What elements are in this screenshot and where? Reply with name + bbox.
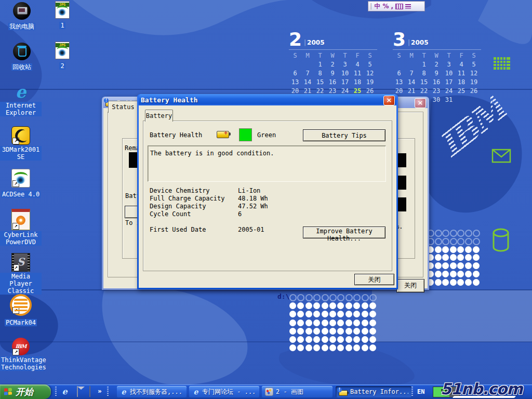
quicklaunch-handle[interactable]: [55, 387, 57, 397]
wallpaper-dot: [313, 302, 320, 309]
wallpaper-dot: [450, 238, 457, 245]
desktop-icon-computer[interactable]: 我的电脑: [1, 2, 43, 31]
calendar-day: 7: [301, 70, 314, 77]
calendar-day-header: T: [443, 52, 455, 59]
calendar-day: 5: [468, 61, 480, 68]
wallpaper-dot: [369, 294, 377, 301]
wallpaper-dot: [337, 320, 344, 326]
wallpaper-dot: [362, 344, 368, 351]
desktop-icon-jpg-2[interactable]: JPG2: [42, 42, 83, 70]
calendar-day: [455, 96, 468, 103]
wallpaper-dot: [305, 320, 312, 326]
recycle-icon: [13, 43, 31, 60]
desktop-icon-ie[interactable]: eInternet Explorer: [0, 83, 42, 117]
quicklaunch-mail-icon[interactable]: [73, 387, 82, 396]
wallpaper-dot: [450, 246, 457, 253]
ime-drag-handle[interactable]: |: [370, 2, 372, 10]
wallpaper-dot: [329, 320, 336, 326]
desktop-icon-tvt[interactable]: IBM↗ThinkVantage Technologies: [0, 338, 42, 371]
close-icon[interactable]: ×: [383, 96, 395, 105]
taskbar-task-3[interactable]: 2 - 画图: [262, 386, 332, 397]
wallpaper-dot: [322, 294, 329, 301]
desktop-icon-dvd[interactable]: ↗CyberLink PowerDVD: [0, 209, 42, 246]
close-icon[interactable]: ×: [415, 98, 426, 108]
taskband-handle[interactable]: [107, 387, 109, 397]
close-button-dialog[interactable]: 关闭: [354, 274, 394, 285]
wallpaper-dot: [465, 254, 472, 261]
wallpaper-dot: [289, 344, 296, 351]
wallpaper-dot: [450, 262, 457, 269]
wallpaper-dot: [353, 336, 360, 343]
calendar-day: 3: [443, 61, 455, 68]
close-button-bg-window[interactable]: 关闭: [396, 279, 424, 292]
wallpaper-dot: [369, 311, 376, 317]
quicklaunch-ie-icon[interactable]: e: [60, 387, 69, 396]
wallpaper-dot: [297, 336, 304, 343]
taskbar-task-1[interactable]: e找不到服务器,...: [117, 386, 187, 397]
wallpaper-dot: [442, 279, 449, 286]
desktop-icon-label: 我的电脑: [8, 23, 35, 30]
calendar-day: 30: [430, 96, 443, 103]
dvd-icon: ↗: [11, 209, 30, 230]
wallpaper-dot: [362, 328, 368, 335]
mark3d-icon: ↗: [11, 126, 30, 145]
language-indicator[interactable]: EN: [417, 387, 424, 396]
battery-health-titlebar[interactable]: Battery Health ×: [139, 94, 396, 105]
tray-battery-meter[interactable]: 58%: [433, 387, 460, 397]
ime-soft-keyboard-icon[interactable]: [395, 4, 403, 9]
taskbar: 开始 e » e找不到服务器,...e专门网论坛 - ...2 - 画图Batt…: [0, 384, 532, 399]
desktop-icon-jpg-1[interactable]: JPG1: [42, 1, 83, 30]
taskbar-task-4[interactable]: Battery Infor...: [336, 386, 411, 397]
desktop-icon-recycle[interactable]: 回收站: [1, 43, 43, 71]
calendar-day-header: S: [289, 52, 301, 59]
wallpaper-dot: [313, 336, 320, 343]
wallpaper-dot: [329, 336, 336, 343]
wallpaper-dot: [353, 328, 360, 335]
calendar-year: 2005: [304, 39, 324, 48]
calendar-day: 12: [364, 70, 376, 77]
calendar-day: 25: [455, 87, 468, 95]
calendar-march: 32005SMTWTFS1234567891011121314151617181…: [393, 29, 481, 103]
desktop-icon-acdsee[interactable]: ↗ACDSee 4.0: [0, 169, 42, 198]
battery-health-title: Battery Health: [141, 96, 198, 104]
start-button[interactable]: 开始: [0, 384, 51, 399]
wallpaper-dot: [362, 302, 368, 309]
desktop-icon-mpc[interactable]: S↗Media Player Classic: [0, 253, 42, 295]
wallpaper-dot: [329, 294, 337, 301]
wallpaper-dot: [442, 262, 449, 269]
wallpaper-dot: [362, 311, 368, 317]
computer-icon: [13, 2, 31, 20]
wallpaper-dot: [322, 320, 328, 326]
wallpaper-dot: [435, 262, 442, 269]
wallpaper-dot: [465, 279, 472, 286]
tab-battery[interactable]: Battery: [145, 110, 173, 122]
ime-input-mode[interactable]: 中: [374, 2, 380, 10]
ime-fullwidth-toggle-icon[interactable]: %: [382, 2, 389, 10]
wallpaper-dot: [322, 344, 328, 351]
calendar-day-header: M: [405, 52, 418, 59]
jpg-badge: JPG: [56, 3, 69, 7]
wallpaper-dot: [435, 238, 442, 245]
quicklaunch-overflow-chevron[interactable]: »: [98, 387, 102, 396]
ime-options-menu-icon[interactable]: [405, 4, 411, 9]
calendar-day: 23: [430, 87, 443, 95]
calendar-day: 17: [339, 78, 351, 86]
desktop-icon-label: 1: [59, 22, 65, 29]
wallpaper-dot: [345, 328, 352, 335]
wallpaper-dot: [435, 254, 442, 261]
wallpaper-dot: [457, 262, 464, 269]
wallpaper-dot: [457, 254, 464, 261]
desktop-icon-pcmark[interactable]: ↗PCMark04: [0, 294, 42, 327]
tab-status[interactable]: Status: [108, 101, 138, 113]
wallpaper-dot: [322, 311, 328, 317]
wallpaper-dot: [305, 302, 312, 309]
desktop-icon-mark3d[interactable]: ↗3DMark2001 SE: [0, 126, 42, 161]
wallpaper-dot: [369, 320, 376, 326]
calendar-day: 6: [289, 70, 301, 77]
ime-punctuation-icon[interactable]: ,: [391, 2, 393, 10]
battery-icon: [339, 390, 348, 396]
wallpaper-dot: [457, 246, 464, 253]
calendar-day: 10: [339, 70, 351, 77]
quicklaunch-show-desktop-icon[interactable]: [85, 387, 94, 396]
taskbar-task-2[interactable]: e专门网论坛 - ...: [189, 386, 259, 397]
